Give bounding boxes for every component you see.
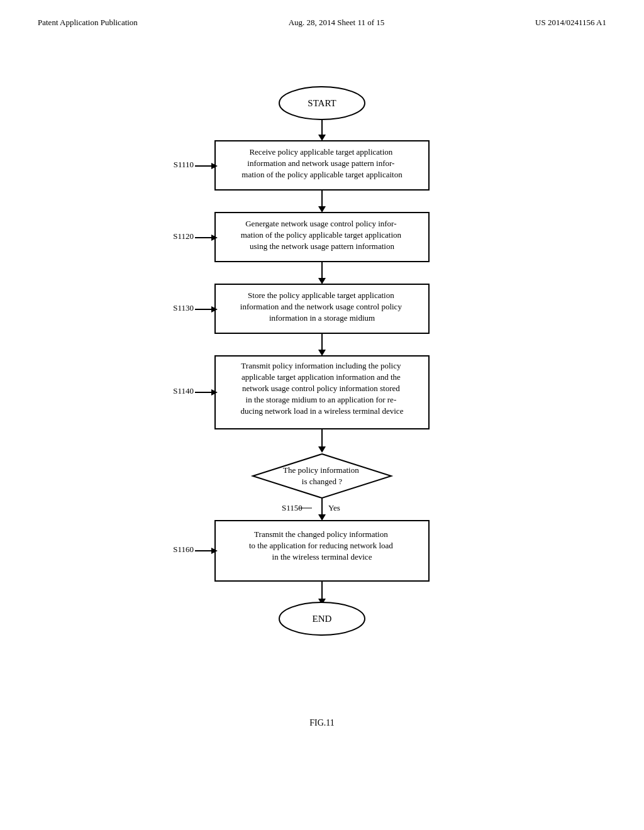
page-header: Patent Application Publication Aug. 28, … bbox=[0, 0, 644, 28]
header-publication: Patent Application Publication bbox=[38, 18, 138, 28]
svg-marker-7 bbox=[318, 350, 326, 356]
step-s1130-label: S1130 bbox=[173, 303, 194, 313]
header-patent-number: US 2014/0241156 A1 bbox=[535, 18, 606, 28]
diagram-area: Yes S1150 START Receive policy applicabl… bbox=[0, 78, 644, 728]
flowchart-svg: Yes S1150 START Receive policy applicabl… bbox=[146, 78, 498, 688]
svg-marker-14 bbox=[318, 514, 326, 521]
svg-marker-9 bbox=[318, 446, 326, 453]
svg-text:S1150: S1150 bbox=[282, 503, 303, 512]
step-s1140-label: S1140 bbox=[173, 386, 194, 396]
step-s1120-text: Genergate network usage control policy i… bbox=[241, 219, 404, 251]
header-date-sheet: Aug. 28, 2014 Sheet 11 of 15 bbox=[289, 18, 385, 28]
step-s1160-label: S1160 bbox=[173, 545, 194, 554]
figure-caption: FIG.11 bbox=[309, 718, 335, 728]
svg-marker-3 bbox=[318, 206, 326, 213]
step-s1120-label: S1120 bbox=[173, 231, 194, 241]
svg-marker-5 bbox=[318, 278, 326, 284]
decision-diamond bbox=[253, 454, 391, 498]
svg-marker-1 bbox=[318, 135, 326, 141]
step-s1110-label: S1110 bbox=[174, 160, 194, 169]
end-label: END bbox=[313, 614, 332, 624]
svg-text:Yes: Yes bbox=[328, 503, 340, 512]
start-label: START bbox=[308, 98, 336, 108]
step-s1140-text: Transmit policy information including th… bbox=[241, 361, 404, 416]
step-s1110-text: Receive policy applicable target applica… bbox=[242, 147, 402, 179]
